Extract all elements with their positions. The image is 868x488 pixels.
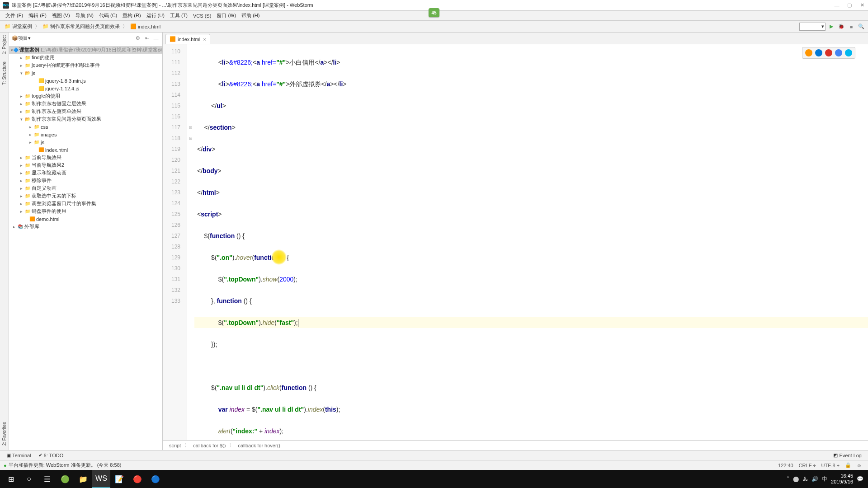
tree-file-js[interactable]: ▸jquery-1.8.3.min.js bbox=[9, 77, 162, 84]
project-panel-title[interactable]: 📦 项目 ▾ bbox=[12, 35, 31, 42]
tree-label: demo.html bbox=[36, 216, 59, 222]
search-button[interactable]: 🔍 bbox=[857, 23, 865, 31]
status-line-ending[interactable]: CRLF ÷ bbox=[796, 463, 819, 468]
tree-folder[interactable]: ▸自定义动画 bbox=[9, 184, 162, 192]
todo-tab[interactable]: ✔ 6: TODO bbox=[35, 452, 67, 458]
project-settings-icon[interactable]: ⚙ bbox=[134, 35, 142, 42]
opera-icon[interactable] bbox=[825, 49, 832, 56]
main-area: 1: Project 7: Structure 2: Favorites 📦 项… bbox=[0, 33, 868, 450]
notepad-taskbar-icon[interactable]: 📝 bbox=[110, 470, 128, 488]
taskview-button[interactable]: ☰ bbox=[38, 470, 56, 488]
tree-folder-js[interactable]: ▾js bbox=[9, 69, 162, 77]
line-number: 129 bbox=[163, 252, 187, 263]
tree-folder[interactable]: ▸移除事件 bbox=[9, 177, 162, 184]
tree-folder[interactable]: ▸键盘事件的使用 bbox=[9, 207, 162, 215]
chrome-taskbar-icon[interactable]: 🔴 bbox=[128, 470, 146, 488]
project-collapse-icon[interactable]: ⇤ bbox=[143, 35, 151, 42]
tray-volume-icon[interactable]: 🔊 bbox=[811, 476, 818, 482]
explorer-taskbar-icon[interactable]: 📁 bbox=[74, 470, 92, 488]
close-button[interactable]: ✕ bbox=[859, 2, 865, 9]
maximize-button[interactable]: ▢ bbox=[846, 2, 853, 9]
tree-file-js[interactable]: ▸jquery-1.12.4.js bbox=[9, 84, 162, 92]
code-area[interactable]: <li>&#8226;<a href="#">小白信用</a></li> <li… bbox=[194, 44, 868, 440]
tray-chevron-icon[interactable]: ˄ bbox=[787, 476, 789, 482]
chrome-icon[interactable] bbox=[835, 49, 842, 56]
project-tree[interactable]: ▾课堂案例 E:\粤嵌\暑假合7班\2019年9月16日视频和资料\课堂案例 ▸… bbox=[9, 44, 162, 450]
menu-window[interactable]: 窗口 (W) bbox=[214, 12, 239, 19]
status-message[interactable]: ●平台和插件更新: WebStorm 准备更新。 (今天 8:58) bbox=[4, 462, 775, 469]
debug-button[interactable]: 🐞 bbox=[837, 23, 845, 31]
breadcrumb-folder[interactable]: 制作京东常见问题分类页面效果 bbox=[41, 23, 122, 30]
inspector-icon[interactable]: ☺ bbox=[854, 463, 864, 468]
breadcrumb-root[interactable]: 课堂案例 bbox=[3, 23, 34, 30]
fold-icon[interactable]: ⊟ bbox=[187, 122, 194, 133]
tray-network-icon[interactable]: 🖧 bbox=[802, 476, 808, 482]
tree-folder[interactable]: ▸当前导航效果2 bbox=[9, 161, 162, 169]
menu-refactor[interactable]: 重构 (R) bbox=[120, 12, 143, 19]
menu-navigate[interactable]: 导航 (N) bbox=[73, 12, 96, 19]
editor-breadcrumb-item[interactable]: script bbox=[167, 443, 183, 448]
run-button[interactable]: ▶ bbox=[827, 23, 835, 31]
menu-file[interactable]: 文件 (F) bbox=[3, 12, 26, 19]
menu-code[interactable]: 代码 (C) bbox=[96, 12, 120, 19]
minimize-button[interactable]: — bbox=[834, 2, 840, 9]
tree-folder[interactable]: ▸当前导航效果 bbox=[9, 154, 162, 161]
edge-taskbar-icon[interactable]: 🟢 bbox=[56, 470, 74, 488]
tree-external-libs[interactable]: ▸外部库 bbox=[9, 223, 162, 230]
webstorm-taskbar-icon[interactable]: WS bbox=[92, 470, 110, 488]
edge-icon[interactable] bbox=[815, 49, 822, 56]
project-hide-icon[interactable]: — bbox=[152, 35, 160, 42]
terminal-tab[interactable]: ▣ Terminal bbox=[3, 452, 35, 458]
side-tab-project[interactable]: 1: Project bbox=[2, 35, 7, 54]
notifications-icon[interactable]: 💬 bbox=[857, 476, 863, 482]
eventlog-tab[interactable]: ◩ Event Log bbox=[830, 452, 865, 458]
breadcrumb-file[interactable]: index.html bbox=[128, 23, 162, 29]
firefox-icon[interactable] bbox=[805, 49, 812, 56]
side-tab-structure[interactable]: 7: Structure bbox=[2, 61, 7, 85]
run-config-dropdown[interactable]: ▾ bbox=[799, 23, 826, 31]
tree-folder[interactable]: ▸js bbox=[9, 138, 162, 146]
tree-folder[interactable]: ▸制作京东右侧固定层效果 bbox=[9, 100, 162, 108]
tree-file-html[interactable]: ▸index.html bbox=[9, 146, 162, 154]
tree-file-html[interactable]: ▸demo.html bbox=[9, 215, 162, 223]
taskbar-clock[interactable]: 16:452019/9/16 bbox=[831, 473, 853, 485]
tray-ime-icon[interactable]: 中 bbox=[822, 475, 827, 483]
cortana-button[interactable]: ○ bbox=[20, 470, 38, 488]
tree-folder[interactable]: ▸制作京东左侧菜单效果 bbox=[9, 108, 162, 115]
tree-folder[interactable]: ▸调整浏览器窗口尺寸的事件集 bbox=[9, 200, 162, 207]
line-number: 117 bbox=[163, 122, 187, 133]
menu-tools[interactable]: 工具 (T) bbox=[167, 12, 190, 19]
tree-folder[interactable]: ▸css bbox=[9, 123, 162, 131]
status-cursor-pos[interactable]: 122:40 bbox=[775, 463, 796, 468]
menu-view[interactable]: 视图 (V) bbox=[49, 12, 73, 19]
tree-folder[interactable]: ▸find的使用 bbox=[9, 54, 162, 61]
menu-edit[interactable]: 编辑 (E) bbox=[26, 12, 49, 19]
tree-folder[interactable]: ▸显示和隐藏动画 bbox=[9, 169, 162, 177]
editor-breadcrumb-item[interactable]: callback for $() bbox=[191, 443, 227, 448]
menu-run[interactable]: 运行 (U) bbox=[144, 12, 167, 19]
app-taskbar-icon[interactable]: 🔵 bbox=[146, 470, 165, 488]
code-editor[interactable]: 1101111121131141151161171181191201211221… bbox=[163, 44, 868, 440]
notification-badge[interactable]: 45 bbox=[429, 8, 439, 17]
breadcrumb-file-label: index.html bbox=[138, 24, 160, 29]
menu-help[interactable]: 帮助 (H) bbox=[239, 12, 262, 19]
tree-folder-open[interactable]: ▾制作京东常见问题分类页面效果 bbox=[9, 115, 162, 123]
lock-icon[interactable]: 🔒 bbox=[842, 462, 854, 468]
status-encoding[interactable]: UTF-8 ÷ bbox=[819, 463, 842, 468]
line-number: 121 bbox=[163, 165, 187, 176]
editor-tab[interactable]: index.html× bbox=[165, 34, 210, 44]
tree-folder[interactable]: ▸jquery中的绑定事件和移出事件 bbox=[9, 61, 162, 69]
start-button[interactable]: ⊞ bbox=[2, 470, 20, 488]
stop-button[interactable]: ■ bbox=[847, 23, 855, 31]
editor-breadcrumb-item[interactable]: callback for hover() bbox=[236, 443, 282, 448]
tree-root[interactable]: ▾课堂案例 E:\粤嵌\暑假合7班\2019年9月16日视频和资料\课堂案例 bbox=[9, 46, 162, 54]
ie-icon[interactable] bbox=[845, 49, 852, 56]
side-tab-favorites[interactable]: 2: Favorites bbox=[2, 422, 7, 446]
menu-vcs[interactable]: VCS (S) bbox=[190, 13, 214, 19]
fold-icon[interactable]: ⊟ bbox=[187, 133, 194, 144]
tree-folder[interactable]: ▸获取选中元素的下标 bbox=[9, 192, 162, 200]
close-tab-icon[interactable]: × bbox=[203, 37, 206, 42]
tree-folder[interactable]: ▸images bbox=[9, 131, 162, 138]
tray-security-icon[interactable]: ⬤ bbox=[793, 476, 799, 482]
tree-folder[interactable]: ▸toggle的使用 bbox=[9, 92, 162, 100]
